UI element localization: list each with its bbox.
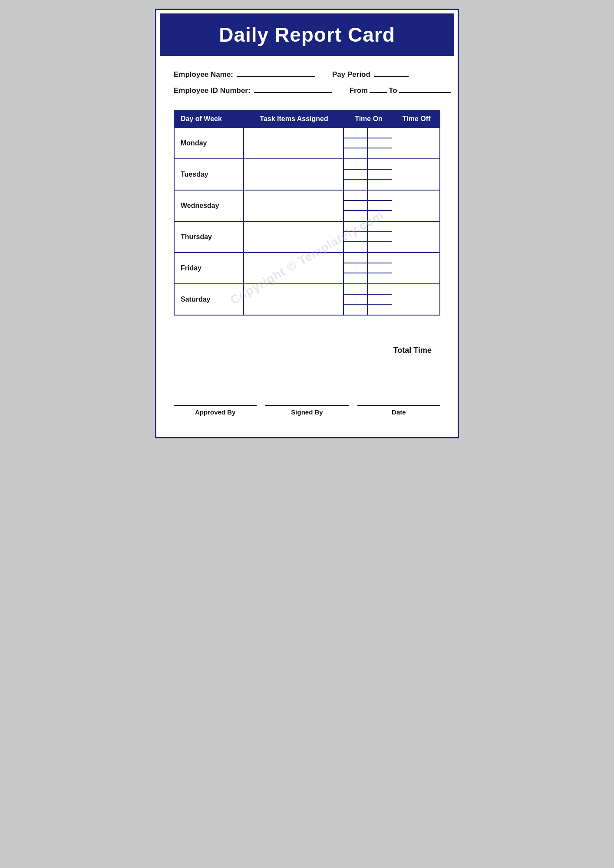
task-cell-friday[interactable] [244,253,344,283]
time-off-sub-1-saturday[interactable] [368,284,392,295]
time-on-sub-3-thursday[interactable] [344,242,367,252]
employee-id-line[interactable] [254,85,332,93]
time-on-sub-1-tuesday[interactable] [344,159,367,170]
time-on-sub-1-monday[interactable] [344,128,367,138]
time-off-col-friday [368,253,392,283]
time-off-sub-2-saturday[interactable] [368,295,392,305]
table-row: Thursday [175,222,439,253]
time-on-sub-2-tuesday[interactable] [344,170,367,180]
time-off-sub-1-tuesday[interactable] [368,159,392,170]
approved-by-line[interactable] [174,398,257,406]
col-time-on: Time On [345,114,393,124]
time-on-sub-3-monday[interactable] [344,148,367,158]
day-monday: Monday [175,128,244,158]
day-wednesday: Wednesday [175,191,244,221]
time-on-sub-3-wednesday[interactable] [344,211,367,221]
form-row-1: Employee Name: Pay Period [174,69,440,79]
task-cell-wednesday[interactable] [244,191,344,221]
total-section: Total Time [156,320,458,372]
time-on-sub-3-friday[interactable] [344,273,367,283]
time-cells-friday [344,253,392,283]
page-title: Daily Report Card [168,23,446,46]
day-thursday: Thursday [175,222,244,252]
signature-section: Approved By Signed By Date [156,372,458,424]
time-off-sub-2-monday[interactable] [368,138,392,149]
employee-id-group: Employee ID Number: [174,85,332,95]
time-on-sub-1-wednesday[interactable] [344,191,367,201]
time-on-sub-1-thursday[interactable] [344,222,367,232]
time-cells-wednesday [344,191,392,221]
from-to-group: From To [350,85,451,95]
time-on-sub-1-saturday[interactable] [344,284,367,295]
time-on-sub-2-monday[interactable] [344,138,367,149]
from-line[interactable] [370,85,387,93]
table-row: Tuesday [175,159,439,191]
date-label: Date [392,408,406,416]
time-off-sub-3-friday[interactable] [368,273,392,283]
day-tuesday: Tuesday [175,159,244,190]
table-row: Wednesday [175,191,439,222]
time-on-col-thursday [344,222,368,252]
time-off-sub-2-thursday[interactable] [368,232,392,243]
employee-name-label: Employee Name: [174,70,233,79]
col-time-off: Time Off [393,114,440,124]
pay-period-label: Pay Period [332,70,370,79]
from-label: From [350,86,368,95]
task-cell-saturday[interactable] [244,284,344,315]
time-on-sub-3-saturday[interactable] [344,305,367,315]
time-off-sub-2-friday[interactable] [368,263,392,274]
time-off-col-tuesday [368,159,392,190]
time-off-sub-1-wednesday[interactable] [368,191,392,201]
day-saturday: Saturday [175,284,244,315]
time-off-sub-1-friday[interactable] [368,253,392,263]
form-row-2: Employee ID Number: From To [174,85,440,95]
time-off-sub-3-saturday[interactable] [368,305,392,315]
form-section: Employee Name: Pay Period Employee ID Nu… [156,56,458,105]
time-on-sub-2-wednesday[interactable] [344,201,367,211]
employee-name-line[interactable] [237,69,315,77]
signed-by-group: Signed By [265,398,348,416]
task-cell-thursday[interactable] [244,222,344,252]
date-group: Date [357,398,440,416]
time-on-sub-2-thursday[interactable] [344,232,367,243]
pay-period-line[interactable] [374,69,409,77]
time-on-sub-3-tuesday[interactable] [344,180,367,190]
time-on-sub-1-friday[interactable] [344,253,367,263]
time-on-sub-2-saturday[interactable] [344,295,367,305]
to-label: To [389,86,397,95]
approved-by-label: Approved By [195,408,235,416]
time-off-sub-2-wednesday[interactable] [368,201,392,211]
table-row: Saturday [175,284,439,315]
time-off-sub-2-tuesday[interactable] [368,170,392,180]
time-on-col-monday [344,128,368,158]
approved-by-group: Approved By [174,398,257,416]
time-off-sub-3-thursday[interactable] [368,242,392,252]
time-off-col-thursday [368,222,392,252]
time-on-col-wednesday [344,191,368,221]
total-time-label: Total Time [393,346,440,355]
to-line[interactable] [399,85,451,93]
pay-period-group: Pay Period [332,69,409,79]
table-header: Day of Week Task Items Assigned Time On … [174,110,440,128]
time-off-sub-3-tuesday[interactable] [368,180,392,190]
time-off-sub-1-thursday[interactable] [368,222,392,232]
time-off-sub-1-monday[interactable] [368,128,392,138]
time-cells-tuesday [344,159,392,190]
time-off-sub-3-wednesday[interactable] [368,211,392,221]
time-on-col-tuesday [344,159,368,190]
time-off-col-saturday [368,284,392,315]
time-on-sub-2-friday[interactable] [344,263,367,274]
col-day-of-week: Day of Week [174,114,243,124]
task-cell-tuesday[interactable] [244,159,344,190]
time-off-col-wednesday [368,191,392,221]
time-off-sub-3-monday[interactable] [368,148,392,158]
header-banner: Daily Report Card [160,13,454,56]
task-cell-monday[interactable] [244,128,344,158]
table-row: Friday [175,253,439,284]
date-line[interactable] [357,398,440,406]
time-cells-thursday [344,222,392,252]
time-off-col-monday [368,128,392,158]
time-on-col-saturday [344,284,368,315]
signed-by-line[interactable] [265,398,348,406]
table-row: Monday [175,128,439,159]
